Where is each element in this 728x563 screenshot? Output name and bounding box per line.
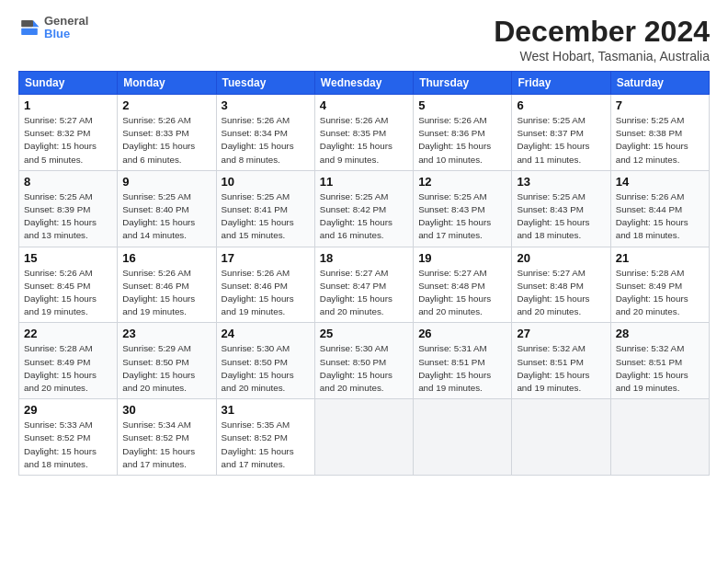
day-number: 24 bbox=[222, 327, 310, 340]
day-info: Sunrise: 5:26 AMSunset: 8:44 PMDaylight:… bbox=[616, 190, 704, 243]
header: General Blue December 2024 West Hobart, … bbox=[18, 15, 710, 63]
day-number: 6 bbox=[517, 98, 605, 112]
weekday-header: SundayMondayTuesdayWednesdayThursdayFrid… bbox=[19, 72, 710, 95]
day-info: Sunrise: 5:26 AMSunset: 8:36 PMDaylight:… bbox=[418, 114, 506, 167]
day-info: Sunrise: 5:26 AMSunset: 8:33 PMDaylight:… bbox=[122, 114, 210, 167]
day-number: 13 bbox=[517, 175, 605, 189]
calendar-week-row: 1Sunrise: 5:27 AMSunset: 8:32 PMDaylight… bbox=[19, 95, 710, 171]
day-number: 14 bbox=[616, 175, 704, 189]
weekday-header-cell: Tuesday bbox=[216, 72, 314, 95]
day-number: 18 bbox=[320, 251, 408, 265]
calendar-day-cell: 16Sunrise: 5:26 AMSunset: 8:46 PMDayligh… bbox=[118, 247, 216, 323]
day-number: 23 bbox=[122, 327, 210, 340]
day-info: Sunrise: 5:28 AMSunset: 8:49 PMDaylight:… bbox=[616, 267, 704, 319]
day-info: Sunrise: 5:26 AMSunset: 8:46 PMDaylight:… bbox=[222, 267, 310, 319]
day-info: Sunrise: 5:34 AMSunset: 8:52 PMDaylight:… bbox=[122, 419, 210, 471]
day-number: 20 bbox=[517, 251, 605, 265]
calendar-day-cell: 11Sunrise: 5:25 AMSunset: 8:42 PMDayligh… bbox=[314, 170, 413, 247]
day-number: 31 bbox=[222, 403, 310, 417]
day-info: Sunrise: 5:35 AMSunset: 8:52 PMDaylight:… bbox=[222, 419, 310, 471]
day-number: 3 bbox=[222, 98, 310, 112]
calendar-day-cell: 22Sunrise: 5:28 AMSunset: 8:49 PMDayligh… bbox=[19, 323, 118, 399]
day-number: 26 bbox=[418, 327, 506, 340]
day-number: 2 bbox=[122, 98, 210, 112]
calendar-day-cell: 20Sunrise: 5:27 AMSunset: 8:48 PMDayligh… bbox=[512, 247, 610, 323]
weekday-header-cell: Wednesday bbox=[314, 72, 413, 95]
calendar-day-cell: 24Sunrise: 5:30 AMSunset: 8:50 PMDayligh… bbox=[216, 323, 314, 399]
weekday-header-cell: Thursday bbox=[414, 72, 512, 95]
calendar-day-cell: 21Sunrise: 5:28 AMSunset: 8:49 PMDayligh… bbox=[610, 247, 709, 323]
logo-icon bbox=[18, 17, 40, 39]
calendar-day-cell: 18Sunrise: 5:27 AMSunset: 8:47 PMDayligh… bbox=[314, 247, 413, 323]
calendar-day-cell bbox=[414, 399, 512, 476]
svg-rect-3 bbox=[21, 29, 38, 35]
calendar-day-cell: 25Sunrise: 5:30 AMSunset: 8:50 PMDayligh… bbox=[314, 323, 413, 399]
day-number: 5 bbox=[418, 98, 506, 112]
weekday-header-cell: Saturday bbox=[610, 72, 709, 95]
logo-text: General Blue bbox=[44, 15, 88, 41]
calendar-day-cell: 10Sunrise: 5:25 AMSunset: 8:41 PMDayligh… bbox=[216, 170, 314, 247]
day-info: Sunrise: 5:25 AMSunset: 8:37 PMDaylight:… bbox=[517, 114, 605, 167]
day-info: Sunrise: 5:27 AMSunset: 8:32 PMDaylight:… bbox=[24, 114, 112, 167]
logo-line2: Blue bbox=[44, 28, 88, 40]
calendar-day-cell: 5Sunrise: 5:26 AMSunset: 8:36 PMDaylight… bbox=[414, 95, 512, 171]
calendar-week-row: 22Sunrise: 5:28 AMSunset: 8:49 PMDayligh… bbox=[19, 323, 710, 399]
day-number: 19 bbox=[418, 251, 506, 265]
day-number: 15 bbox=[24, 251, 112, 265]
calendar-day-cell: 29Sunrise: 5:33 AMSunset: 8:52 PMDayligh… bbox=[19, 399, 118, 476]
calendar-week-row: 8Sunrise: 5:25 AMSunset: 8:39 PMDaylight… bbox=[19, 170, 710, 247]
month-title: December 2024 bbox=[494, 15, 710, 49]
day-info: Sunrise: 5:28 AMSunset: 8:49 PMDaylight:… bbox=[24, 342, 112, 395]
calendar-day-cell: 28Sunrise: 5:32 AMSunset: 8:51 PMDayligh… bbox=[610, 323, 709, 399]
day-info: Sunrise: 5:31 AMSunset: 8:51 PMDaylight:… bbox=[418, 342, 506, 395]
svg-rect-2 bbox=[21, 20, 33, 27]
day-number: 8 bbox=[24, 175, 112, 189]
day-number: 4 bbox=[320, 98, 408, 112]
calendar-day-cell: 9Sunrise: 5:25 AMSunset: 8:40 PMDaylight… bbox=[118, 170, 216, 247]
day-info: Sunrise: 5:30 AMSunset: 8:50 PMDaylight:… bbox=[320, 342, 408, 395]
day-info: Sunrise: 5:25 AMSunset: 8:43 PMDaylight:… bbox=[517, 190, 605, 243]
day-info: Sunrise: 5:32 AMSunset: 8:51 PMDaylight:… bbox=[517, 342, 605, 395]
day-number: 29 bbox=[24, 403, 112, 417]
calendar: SundayMondayTuesdayWednesdayThursdayFrid… bbox=[18, 71, 710, 476]
calendar-day-cell bbox=[314, 399, 413, 476]
day-number: 1 bbox=[24, 98, 112, 112]
calendar-day-cell: 3Sunrise: 5:26 AMSunset: 8:34 PMDaylight… bbox=[216, 95, 314, 171]
weekday-header-cell: Monday bbox=[118, 72, 216, 95]
calendar-day-cell: 30Sunrise: 5:34 AMSunset: 8:52 PMDayligh… bbox=[118, 399, 216, 476]
calendar-day-cell: 13Sunrise: 5:25 AMSunset: 8:43 PMDayligh… bbox=[512, 170, 610, 247]
day-number: 10 bbox=[222, 175, 310, 189]
calendar-day-cell: 12Sunrise: 5:25 AMSunset: 8:43 PMDayligh… bbox=[414, 170, 512, 247]
day-number: 16 bbox=[122, 251, 210, 265]
calendar-day-cell bbox=[610, 399, 709, 476]
day-info: Sunrise: 5:26 AMSunset: 8:35 PMDaylight:… bbox=[320, 114, 408, 167]
calendar-day-cell: 31Sunrise: 5:35 AMSunset: 8:52 PMDayligh… bbox=[216, 399, 314, 476]
calendar-day-cell: 27Sunrise: 5:32 AMSunset: 8:51 PMDayligh… bbox=[512, 323, 610, 399]
day-number: 11 bbox=[320, 175, 408, 189]
day-number: 17 bbox=[222, 251, 310, 265]
day-info: Sunrise: 5:25 AMSunset: 8:41 PMDaylight:… bbox=[222, 190, 310, 243]
day-info: Sunrise: 5:27 AMSunset: 8:48 PMDaylight:… bbox=[418, 267, 506, 319]
day-info: Sunrise: 5:25 AMSunset: 8:42 PMDaylight:… bbox=[320, 190, 408, 243]
day-number: 27 bbox=[517, 327, 605, 340]
calendar-day-cell bbox=[512, 399, 610, 476]
calendar-week-row: 29Sunrise: 5:33 AMSunset: 8:52 PMDayligh… bbox=[19, 399, 710, 476]
calendar-day-cell: 1Sunrise: 5:27 AMSunset: 8:32 PMDaylight… bbox=[19, 95, 118, 171]
title-area: December 2024 West Hobart, Tasmania, Aus… bbox=[494, 15, 710, 63]
day-info: Sunrise: 5:26 AMSunset: 8:34 PMDaylight:… bbox=[222, 114, 310, 167]
location: West Hobart, Tasmania, Australia bbox=[494, 49, 710, 63]
calendar-day-cell: 7Sunrise: 5:25 AMSunset: 8:38 PMDaylight… bbox=[610, 95, 709, 171]
calendar-day-cell: 23Sunrise: 5:29 AMSunset: 8:50 PMDayligh… bbox=[118, 323, 216, 399]
day-number: 9 bbox=[122, 175, 210, 189]
day-info: Sunrise: 5:26 AMSunset: 8:45 PMDaylight:… bbox=[24, 267, 112, 319]
calendar-day-cell: 4Sunrise: 5:26 AMSunset: 8:35 PMDaylight… bbox=[314, 95, 413, 171]
day-info: Sunrise: 5:32 AMSunset: 8:51 PMDaylight:… bbox=[616, 342, 704, 395]
calendar-day-cell: 8Sunrise: 5:25 AMSunset: 8:39 PMDaylight… bbox=[19, 170, 118, 247]
day-info: Sunrise: 5:27 AMSunset: 8:47 PMDaylight:… bbox=[320, 267, 408, 319]
logo-line1: General bbox=[44, 15, 88, 28]
calendar-body: 1Sunrise: 5:27 AMSunset: 8:32 PMDaylight… bbox=[19, 95, 710, 476]
day-number: 12 bbox=[418, 175, 506, 189]
calendar-day-cell: 19Sunrise: 5:27 AMSunset: 8:48 PMDayligh… bbox=[414, 247, 512, 323]
day-number: 25 bbox=[320, 327, 408, 340]
day-number: 21 bbox=[616, 251, 704, 265]
